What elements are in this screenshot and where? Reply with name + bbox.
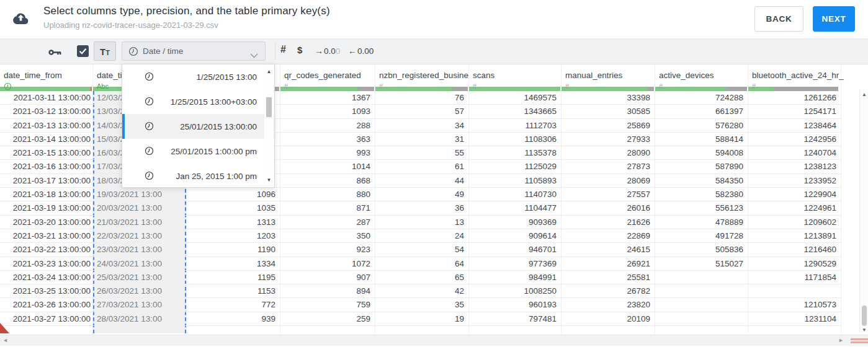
cell: 1203 (187, 229, 280, 243)
cell: 1238464 (748, 119, 841, 133)
clock-icon (145, 146, 154, 158)
cell: 55 (375, 146, 468, 160)
cell: 25869 (562, 119, 655, 133)
column-header[interactable]: bluetooth_active_24_hr_ (748, 64, 841, 81)
cell: 23820 (562, 298, 655, 312)
cell: 23/03/2021 13:00 (93, 243, 186, 257)
format-option[interactable]: Jan 25, 2015 1:00 pm (122, 164, 274, 188)
cell: 1209602 (748, 216, 841, 229)
cell: 2021-03-15 13:00:00 (0, 146, 92, 160)
column-manual_entries: manual_entries#3339830585258692793328090… (562, 64, 655, 333)
cell: 2021-03-13 13:00:00 (0, 119, 92, 133)
cell: 28/03/2021 13:00 (93, 312, 186, 326)
cell: 24 (375, 229, 468, 243)
cell: 1112703 (469, 119, 561, 133)
format-option[interactable]: 1/25/2015 13:00 (122, 64, 274, 89)
cell: 2021-03-22 13:00:00 (0, 243, 92, 257)
column-type-label: # (375, 82, 468, 90)
scroll-down-arrow[interactable]: ▼ (860, 327, 868, 333)
dropdown-scrollbar[interactable]: ▲ ▼ (264, 65, 274, 187)
cell: 588414 (655, 133, 748, 146)
back-button[interactable]: BACK (754, 6, 803, 32)
datetime-format-select[interactable]: Date / time (122, 42, 266, 61)
cell (655, 271, 748, 284)
cell: 907 (280, 271, 375, 284)
primary-key-icon[interactable] (48, 48, 62, 59)
cell: 923 (280, 243, 375, 257)
cell: 287 (280, 216, 375, 229)
column-cells: 2021-03-11 13:00:002021-03-12 13:00:0020… (0, 91, 92, 326)
scroll-left-arrow[interactable]: ◄ (2, 337, 8, 343)
format-option[interactable]: 1/25/2015 13:00+03:00 (122, 89, 274, 114)
column-date_time_from: date_time_from2021-03-11 13:00:002021-03… (0, 64, 93, 333)
cell: 993 (280, 146, 375, 160)
cell: 34 (375, 119, 468, 133)
scroll-up-arrow[interactable]: ▲ (860, 92, 868, 97)
cell: 1135378 (469, 146, 561, 160)
cell: 25581 (562, 271, 655, 284)
cell: 880 (280, 188, 375, 201)
dropdown-scrollbar-thumb[interactable] (266, 97, 272, 117)
format-option-label: Jan 25, 2015 1:00 pm (176, 172, 257, 181)
cell: 2021-03-12 13:00:00 (0, 105, 92, 118)
cell: 2021-03-21 13:00:00 (0, 229, 92, 243)
cell: 22869 (562, 229, 655, 243)
cell: 1233952 (748, 174, 841, 188)
cell: 26/03/2021 13:00 (93, 284, 186, 298)
cell: 1216460 (748, 243, 841, 257)
column-cells: 7242886613975762805884145940085878905843… (655, 91, 748, 326)
horizontal-scrollbar[interactable]: ◄ ► (0, 335, 868, 346)
selected-option-indicator (122, 114, 125, 139)
dropdown-scroll-up-arrow[interactable]: ▲ (264, 69, 274, 74)
format-option[interactable]: 25/01/2015 13:00:00 (122, 114, 274, 139)
cell: 939 (187, 312, 280, 326)
cell: 1242956 (748, 133, 841, 146)
scroll-right-arrow[interactable]: ► (838, 337, 844, 343)
cell: 2021-03-16 13:00:00 (0, 160, 92, 174)
next-button[interactable]: NEXT (813, 6, 855, 32)
vertical-scrollbar[interactable]: ▲ ▼ (859, 89, 868, 333)
cell: 1213891 (748, 229, 841, 243)
cell: 54 (375, 243, 468, 257)
cell: 1140730 (469, 188, 561, 201)
column-header[interactable]: qr_codes_generated (280, 64, 375, 81)
currency-type-button[interactable]: $ (297, 45, 302, 55)
cell: 1096 (187, 188, 280, 201)
dropdown-scroll-down-arrow[interactable]: ▼ (264, 177, 274, 183)
cell: 2021-03-23 13:00:00 (0, 257, 92, 271)
column-header[interactable]: scans (469, 64, 561, 81)
number-type-button[interactable]: # (280, 44, 286, 55)
cell: 288 (280, 119, 375, 133)
cell: 724288 (655, 91, 748, 105)
column-cells: 1469575134366511127031108306113537811250… (469, 91, 561, 326)
text-type-button[interactable]: TT (94, 42, 116, 61)
cell: 1343665 (469, 105, 561, 118)
cell: 1153 (187, 284, 280, 298)
column-header[interactable]: active_devices (655, 64, 748, 81)
cell: 33398 (562, 91, 655, 105)
clock-icon (145, 72, 154, 84)
cell: 894 (280, 284, 375, 298)
column-header[interactable]: manual_entries (562, 64, 655, 81)
decrease-precision-button[interactable]: →0.00 (315, 46, 340, 56)
cell: 19 (375, 312, 468, 326)
boolean-type-checkbox[interactable] (77, 45, 89, 57)
cell: 960193 (469, 298, 561, 312)
cell: 977369 (469, 257, 561, 271)
cell: 2021-03-14 13:00:00 (0, 133, 92, 146)
vertical-scrollbar-thumb[interactable] (862, 305, 867, 326)
column-cells: 7657343155614449361324546465423519 (375, 91, 468, 326)
cell: 797481 (469, 312, 561, 326)
error-corner-marker (0, 323, 9, 336)
column-header[interactable]: nzbn_registered_busine (375, 64, 468, 81)
cell: 1104477 (469, 201, 561, 215)
csv-import-wizard: Select columns type, precision, and the … (0, 0, 868, 347)
format-option[interactable]: 25/01/2015 1:00:00 pm (122, 139, 274, 164)
column-header[interactable]: date_time_from (0, 64, 92, 81)
cell: 2021-03-25 13:00:00 (0, 284, 92, 298)
cell: 2021-03-26 13:00:00 (0, 298, 92, 312)
cell: 505836 (655, 243, 748, 257)
increase-precision-button[interactable]: ←0.00 (348, 46, 374, 56)
horizontal-scrollbar-indicator (851, 341, 868, 343)
column-bluetooth_active_24_hr_: bluetooth_active_24_hr_#1261266125417112… (748, 64, 841, 333)
